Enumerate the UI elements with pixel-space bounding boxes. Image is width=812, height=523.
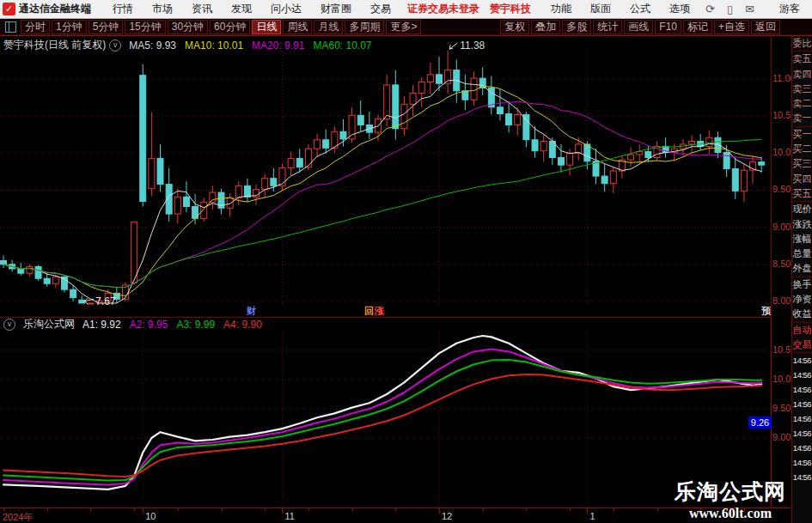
minor-tick <box>744 508 745 511</box>
sidebar-item-卖一[interactable]: 卖一 <box>792 111 812 126</box>
sidebar-item-外盘[interactable]: 外盘 <box>792 261 812 277</box>
tool-button-F10[interactable]: F10 <box>655 20 681 34</box>
tool-button-叠加[interactable]: 叠加 <box>531 20 560 34</box>
minor-tick <box>3 508 4 511</box>
minor-tick <box>700 508 701 511</box>
trade-time-row[interactable]: 14:56 <box>792 353 812 368</box>
tool-button-复权[interactable]: 复权 <box>500 20 529 34</box>
sidebar-item-总量[interactable]: 总量 <box>792 246 812 261</box>
trade-time-row[interactable]: 14:56 <box>792 397 812 411</box>
minor-tick <box>614 508 614 511</box>
period-button-30分钟[interactable]: 30分钟 <box>168 20 208 34</box>
trade-time-row[interactable]: 14:56 <box>792 382 812 397</box>
alert-text-1[interactable]: 赞宇科技 <box>490 2 531 16</box>
menu-item-2[interactable]: 资讯 <box>182 2 222 16</box>
sub-chart-header: v 乐淘公式网 A1: 9.92A2: 9.95A3: 9.99A4: 9.90 <box>0 317 771 331</box>
minor-tick <box>657 508 658 511</box>
period-buttons: 分时1分钟5分钟15分钟30分钟60分钟日线周线月线多周期更多> <box>20 20 422 34</box>
menu-item-6[interactable]: 交易 <box>361 2 400 16</box>
period-button-多周期[interactable]: 多周期 <box>345 20 384 34</box>
time-axis: 2024年 1011121 <box>0 508 791 523</box>
sidebar-item-涨跌[interactable]: 涨跌 <box>792 217 812 232</box>
sidebar-item-自动[interactable]: 自动 <box>792 323 812 338</box>
menu-item-3[interactable]: 发现 <box>222 2 261 16</box>
collapse-chevron-icon[interactable]: v <box>109 40 121 52</box>
sidebar-item-卖五[interactable]: 卖五 <box>792 52 812 66</box>
right-menu-item-3[interactable]: 选项 <box>660 2 699 16</box>
tool-button-返回[interactable]: 返回 <box>751 20 780 34</box>
sidebar-item-买五[interactable]: 买五 <box>792 186 812 202</box>
tool-button-标记[interactable]: 标记 <box>683 20 712 34</box>
indicator-label-0: A1: 9.92 <box>82 319 121 331</box>
trade-time-row[interactable]: 14:56 <box>792 455 812 470</box>
tdx-terminal-window: ✓ 通达信金融终端 行情市场资讯发现问小达财富圈交易 证券交易未登录赞宇科技 功… <box>0 0 812 523</box>
tool-button-统计[interactable]: 统计 <box>593 20 622 34</box>
period-button-1分钟[interactable]: 1分钟 <box>52 20 87 34</box>
current-value-badge: 9.26 <box>748 417 772 429</box>
month-tick <box>587 508 588 514</box>
month-label-11: 11 <box>284 511 294 521</box>
trade-time-row[interactable]: 14:56 <box>792 411 812 426</box>
tool-button-画线[interactable]: 画线 <box>624 20 653 34</box>
sidebar-item-买三[interactable]: 买三 <box>792 156 812 171</box>
event-marker-预[interactable]: 预 <box>761 306 771 317</box>
menu-item-0[interactable]: 行情 <box>103 2 143 16</box>
period-button-15分钟[interactable]: 15分钟 <box>125 20 165 34</box>
sidebar-item-净资[interactable]: 净资 <box>792 292 812 307</box>
trade-time-row[interactable]: 14:56 <box>792 470 812 484</box>
month-tick <box>143 508 143 514</box>
svg-text:7.67: 7.67 <box>95 295 116 306</box>
mail-icon[interactable]: ✉ <box>739 3 760 15</box>
event-marker-涨[interactable]: 涨 <box>375 306 384 317</box>
refresh-icon[interactable]: ⟳ <box>699 3 721 15</box>
main-candlestick-chart[interactable]: 11.387.67 <box>0 36 771 306</box>
period-button-更多>[interactable]: 更多> <box>386 20 421 34</box>
menu-item-4[interactable]: 问小达 <box>261 2 311 16</box>
mobile-icon[interactable]: ▯ <box>721 3 739 15</box>
indicator-legend: A1: 9.92A2: 9.95A3: 9.99A4: 9.90 <box>82 319 262 331</box>
sidebar-item-买四[interactable]: 买四 <box>792 172 812 186</box>
event-marker-回[interactable]: 回 <box>364 306 374 317</box>
period-button-60分钟[interactable]: 60分钟 <box>210 20 250 34</box>
trade-time-row[interactable]: 14:56 <box>792 426 812 441</box>
indicator-label-2: A3: 9.99 <box>176 319 215 331</box>
sidebar-item-买一[interactable]: 买一 <box>792 127 812 142</box>
sidebar-item-卖三[interactable]: 卖三 <box>792 82 812 96</box>
period-button-日线[interactable]: 日线 <box>252 20 281 34</box>
tool-button-多股[interactable]: 多股 <box>562 20 591 34</box>
sidebar-item-交易[interactable]: 交易 <box>792 338 812 353</box>
month-label-1: 1 <box>589 511 595 521</box>
layout-icon[interactable] <box>5 21 16 33</box>
sidebar-item-买二[interactable]: 买二 <box>792 142 812 156</box>
year-label: 2024年 <box>3 511 33 523</box>
main-price-axis: 11.0010.5010.009.509.008.508.00 <box>771 36 791 317</box>
indicator-chart[interactable] <box>0 331 771 508</box>
sidebar-item-涨幅[interactable]: 涨幅 <box>792 232 812 246</box>
trade-time-row[interactable]: 14:56 <box>792 368 812 382</box>
tool-buttons: 复权叠加多股统计画线F10标记+自选返回 <box>499 20 781 34</box>
sidebar-item-换手[interactable]: 换手 <box>792 277 812 292</box>
menu-item-1[interactable]: 市场 <box>143 2 182 16</box>
minor-tick <box>395 508 396 511</box>
period-button-5分钟[interactable]: 5分钟 <box>89 20 124 34</box>
minor-tick <box>308 508 309 511</box>
titlebar: ✓ 通达信金融终端 行情市场资讯发现问小达财富圈交易 证券交易未登录赞宇科技 功… <box>0 0 812 19</box>
menu-item-5[interactable]: 财富圈 <box>311 2 361 16</box>
sidebar-item-现价[interactable]: 现价 <box>792 202 812 216</box>
period-button-月线[interactable]: 月线 <box>314 20 343 34</box>
period-button-周线[interactable]: 周线 <box>283 20 312 34</box>
sidebar-item-委比[interactable]: 委比 <box>792 36 812 52</box>
trade-time-row[interactable]: 14:56 <box>792 441 812 455</box>
period-button-分时[interactable]: 分时 <box>21 20 50 34</box>
alert-text-0[interactable]: 证券交易未登录 <box>407 2 479 16</box>
sidebar-item-收益[interactable]: 收益 <box>792 307 812 322</box>
right-menu-item-2[interactable]: 公式 <box>620 2 660 16</box>
tool-button-+自选[interactable]: +自选 <box>714 20 749 34</box>
indicator-collapse-icon[interactable]: v <box>3 319 15 331</box>
right-menu-item-1[interactable]: 版面 <box>581 2 620 16</box>
right-menu-item-0[interactable]: 功能 <box>541 2 581 16</box>
event-marker-财[interactable]: 财 <box>247 306 256 317</box>
sidebar-item-卖四[interactable]: 卖四 <box>792 67 812 82</box>
sidebar-item-卖二[interactable]: 卖二 <box>792 96 812 111</box>
user-badge[interactable]: 游客 <box>779 2 800 16</box>
